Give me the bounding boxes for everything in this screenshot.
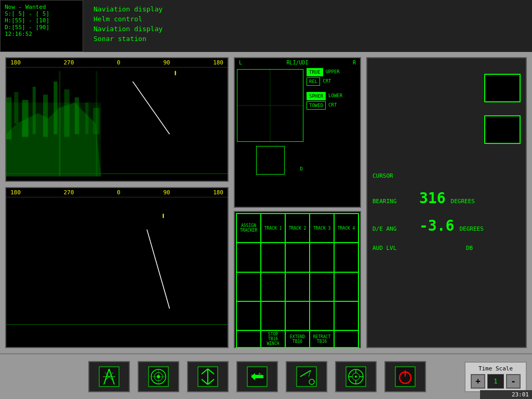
rli-row-towed-crt: TOWED CRT [307,101,359,110]
tracker-cell-r2c4[interactable] [310,272,334,301]
tracker-btn-retract[interactable]: RETRACT TB16 [310,330,334,348]
time-scale-panel: Time Scale + 1 - [464,362,527,392]
rli-display-area [237,69,303,142]
svg-rect-12 [59,71,60,177]
sonar-display-bottom: 180 270 0 90 180 [5,187,229,348]
sonar-bottom-content [6,197,228,346]
de-ang-label: D/E ANG [373,225,414,232]
spher-button[interactable]: SPHER [307,92,326,100]
tracker-cell-r1c3[interactable] [285,243,310,272]
scale-180-left: 180 [10,59,21,66]
svg-rect-4 [22,100,28,137]
tracker-btn-extend[interactable]: EXTEND TB16 [285,330,310,348]
status-line1: Now - Wanted [5,4,78,10]
sonar-btn-5[interactable] [286,361,327,392]
sonar-btn-3[interactable] [187,361,229,392]
rli-header-right: R [353,60,356,65]
time-scale-title: Time Scale [478,365,513,372]
tracker-cell-bottom-c1[interactable] [236,330,261,348]
crt-label-2: CRT [327,101,338,110]
scale-270: 270 [64,59,74,66]
tracker-header-track3[interactable]: TRACK 3 [310,214,334,243]
tracker-cell-r1c5[interactable] [334,243,358,272]
aud-lvl-unit: DB [466,245,473,251]
tracker-cell-r3c3[interactable] [285,301,310,330]
tracker-cell-r2c1[interactable] [236,272,261,301]
tracker-cell-bottom-c5[interactable] [334,330,358,348]
tracker-cell-r1c2[interactable] [261,243,285,272]
de-ang-unit: DEGREES [459,225,483,232]
aud-lvl-label: AUD LVL [373,245,414,251]
rli-header-center: RLI/UDI [286,60,308,65]
tracker-cell-r3c5[interactable] [334,301,358,330]
tracker-header-track2[interactable]: TRACK 2 [285,214,310,243]
sonar-bottom-svg [6,197,228,346]
tracker-cell-r3c4[interactable] [310,301,334,330]
tracker-cell-r2c5[interactable] [334,272,358,301]
tracker-cell-r1c4[interactable] [310,243,334,272]
sonar-icon-3 [197,366,218,387]
nav-item-2[interactable]: Helm control [94,15,501,23]
status-line3: H:[55] - [10] [5,17,78,24]
sonar-icon-6 [345,366,366,387]
rli-header-left: L [239,60,242,65]
rli-panel: L RLI/UDI R D [234,57,361,208]
time-scale-plus[interactable]: + [471,374,485,389]
main-area: 180 270 0 90 180 [0,52,532,353]
status-time: 12:16:52 [5,31,78,37]
tracker-header-assign[interactable]: ASSIGN TRACKER [236,214,261,243]
bearing-label: BEARING [373,198,414,205]
top-bar: Now - Wanted S:[ 5] - [ 5] H:[55] - [10]… [0,0,532,52]
tracker-header-track1[interactable]: TRACK 1 [261,214,285,243]
bearing-value: 316 [419,190,446,207]
nav-item-3[interactable]: Naviation display [94,25,501,33]
nav-item-1[interactable]: Naviation display [94,5,501,13]
sonar-btn-2[interactable] [138,361,179,392]
nav-item-4[interactable]: Sonar station [94,35,501,43]
towed-button[interactable]: TOWED [307,101,326,110]
scale-b-0: 0 [117,189,121,196]
tracker-btn-stop[interactable]: STOP TB16 WINCH [261,330,285,348]
time-scale-minus[interactable]: - [506,374,521,389]
true-button[interactable]: TRUE [307,68,323,76]
rli-controls: TRUE UPPER REL CRT SPHER LOWER [305,67,360,203]
rli-row-rel-crt: REL CRT [307,77,359,86]
scale-b-180-left: 180 [10,189,21,196]
sonar-btn-6[interactable] [335,361,377,392]
tracker-cell-r3c2[interactable] [261,301,285,330]
svg-rect-7 [54,82,57,134]
right-column: CURSOR BEARING 316 DEGREES D/E ANG -3.6 … [366,57,527,348]
clock-time: 23:01 [512,391,529,398]
right-display-boxes [373,63,521,167]
rli-sub-display [256,146,285,175]
rel-button[interactable]: REL [307,77,320,86]
scale-b-90: 90 [163,189,170,196]
status-line2: S:[ 5] - [ 5] [5,10,78,17]
clock-display: 23:01 [480,390,532,399]
bottom-bar: Time Scale + 1 - [0,353,532,399]
tracker-cell-r1c1[interactable] [236,243,261,272]
tracker-header-track4[interactable]: TRACK 4 [334,214,358,243]
scale-90: 90 [163,59,170,66]
tracker-cell-r2c2[interactable] [261,272,285,301]
svg-rect-9 [75,97,79,134]
svg-rect-5 [33,87,36,134]
bearing-unit: DEGREES [451,198,475,205]
status-panel: Now - Wanted S:[ 5] - [ 5] H:[55] - [10]… [0,0,83,52]
power-icon [395,366,416,387]
svg-rect-8 [64,89,70,137]
display-box-bottom [484,115,521,144]
sonar-btn-1[interactable] [88,361,130,392]
tracker-cell-r2c3[interactable] [285,272,310,301]
svg-rect-15 [175,71,176,75]
middle-column: L RLI/UDI R D [234,57,361,348]
cursor-readout: CURSOR [373,172,521,179]
tracker-cell-r3c1[interactable] [236,301,261,330]
sonar-btn-4[interactable] [236,361,278,392]
sonar-icon-2 [148,366,169,387]
svg-rect-6 [43,95,48,137]
rli-d-label: D [300,166,303,171]
scale-b-180-right: 180 [213,189,223,196]
sonar-btn-7[interactable] [384,361,426,392]
cursor-label: CURSOR [373,172,414,179]
